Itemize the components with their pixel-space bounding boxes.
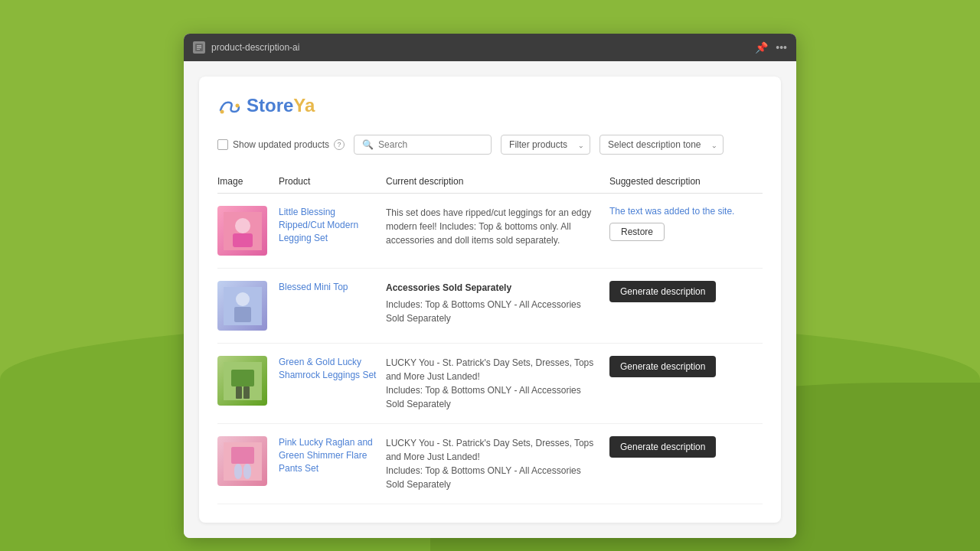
col-image: Image [217, 176, 279, 187]
svg-rect-19 [243, 464, 251, 479]
product-image-2 [217, 281, 267, 331]
svg-rect-15 [243, 386, 250, 399]
table-row: Blessed Mini Top Accessories Sold Separa… [217, 269, 763, 344]
tone-select[interactable]: Select description tone [599, 135, 724, 155]
more-icon[interactable]: ••• [776, 41, 787, 54]
svg-rect-2 [197, 47, 201, 49]
product-image-4 [217, 436, 267, 486]
current-desc-2: Accessories Sold Separately Includes: To… [386, 281, 609, 325]
logo-text: StoreYa [247, 95, 315, 116]
table-header: Image Product Current description Sugges… [217, 170, 763, 194]
svg-rect-17 [231, 447, 254, 464]
product-link-1[interactable]: Little Blessing Ripped/Cut Modern Leggin… [279, 206, 386, 244]
svg-rect-13 [231, 370, 254, 386]
current-desc-2-text: Includes: Top & Bottoms ONLY - All Acces… [386, 299, 581, 324]
table-row: Little Blessing Ripped/Cut Modern Leggin… [217, 194, 763, 269]
product-link-4[interactable]: Pink Lucky Raglan and Green Shimmer Flar… [279, 436, 386, 474]
current-desc-3: LUCKY You - St. Patrick's Day Sets, Dres… [386, 356, 609, 411]
current-desc-4: LUCKY You - St. Patrick's Day Sets, Dres… [386, 436, 609, 491]
svg-rect-18 [234, 464, 242, 479]
product-img-1-placeholder [217, 206, 267, 256]
col-product: Product [279, 176, 386, 187]
show-updated-checkbox[interactable] [217, 139, 228, 150]
current-desc-2-title: Accessories Sold Separately [386, 281, 597, 295]
product-img-4-placeholder [217, 436, 267, 486]
app-content: StoreYa Show updated products ? 🔍 Filter… [184, 61, 796, 538]
app-icon [193, 41, 205, 54]
svg-point-7 [235, 218, 250, 233]
main-card: StoreYa Show updated products ? 🔍 Filter… [199, 77, 781, 523]
titlebar-title: product-description-ai [211, 42, 299, 53]
titlebar-actions: 📌 ••• [755, 41, 787, 54]
added-to-site-text: The text was added to the site. [609, 206, 763, 217]
table-row: Green & Gold Lucky Shamrock Leggings Set… [217, 344, 763, 424]
show-updated-text: Show updated products [233, 139, 329, 150]
col-current-desc: Current description [386, 176, 609, 187]
product-image-3 [217, 356, 267, 406]
suggested-desc-1: The text was added to the site. Restore [609, 206, 763, 241]
titlebar-left: product-description-ai [193, 41, 299, 54]
svg-point-10 [236, 292, 250, 306]
search-input[interactable] [378, 139, 483, 150]
tone-wrapper[interactable]: Select description tone [599, 135, 724, 155]
product-img-2-placeholder [217, 281, 267, 331]
suggested-desc-3: Generate description [609, 356, 763, 377]
current-desc-1-text: This set does have ripped/cut leggings f… [386, 207, 591, 246]
table-row: Pink Lucky Raglan and Green Shimmer Flar… [217, 424, 763, 504]
restore-button-1[interactable]: Restore [609, 223, 665, 241]
svg-rect-8 [233, 233, 253, 247]
toolbar: Show updated products ? 🔍 Filter product… [217, 135, 763, 155]
generate-button-3[interactable]: Generate description [609, 356, 716, 377]
search-icon: 🔍 [362, 139, 374, 150]
help-icon[interactable]: ? [334, 139, 345, 150]
current-desc-3-line2: Includes: Top & Bottoms ONLY - All Acces… [386, 385, 581, 409]
suggested-desc-2: Generate description [609, 281, 763, 302]
svg-point-5 [236, 104, 240, 108]
logo: StoreYa [217, 95, 763, 116]
current-desc-3-line1: LUCKY You - St. Patrick's Day Sets, Dres… [386, 357, 593, 382]
product-image-1 [217, 206, 267, 256]
svg-point-4 [220, 110, 224, 114]
product-img-3-placeholder [217, 356, 267, 406]
svg-rect-3 [197, 49, 200, 50]
show-updated-label[interactable]: Show updated products ? [217, 139, 345, 150]
suggested-desc-4: Generate description [609, 436, 763, 458]
svg-rect-1 [197, 45, 201, 47]
col-suggested-desc: Suggested description [609, 176, 763, 187]
filter-wrapper[interactable]: Filter products [501, 135, 590, 155]
current-desc-4-line2: Includes: Top & Bottoms ONLY - All Acces… [386, 465, 581, 490]
product-link-3[interactable]: Green & Gold Lucky Shamrock Leggings Set [279, 356, 386, 382]
generate-button-4[interactable]: Generate description [609, 436, 716, 458]
search-box[interactable]: 🔍 [354, 135, 492, 155]
product-link-2[interactable]: Blessed Mini Top [279, 281, 386, 294]
svg-rect-11 [234, 307, 251, 322]
pin-icon[interactable]: 📌 [755, 41, 768, 54]
current-desc-1: This set does have ripped/cut leggings f… [386, 206, 609, 247]
current-desc-4-line1: LUCKY You - St. Patrick's Day Sets, Dres… [386, 438, 593, 462]
titlebar: product-description-ai 📌 ••• [184, 34, 796, 61]
logo-store: Store [247, 95, 293, 116]
filter-select[interactable]: Filter products [501, 135, 590, 155]
logo-ya: Ya [293, 95, 315, 116]
svg-rect-14 [236, 386, 242, 399]
main-window: product-description-ai 📌 ••• StoreYa [184, 34, 796, 538]
generate-button-2[interactable]: Generate description [609, 281, 716, 302]
storya-logo-icon [217, 95, 242, 116]
